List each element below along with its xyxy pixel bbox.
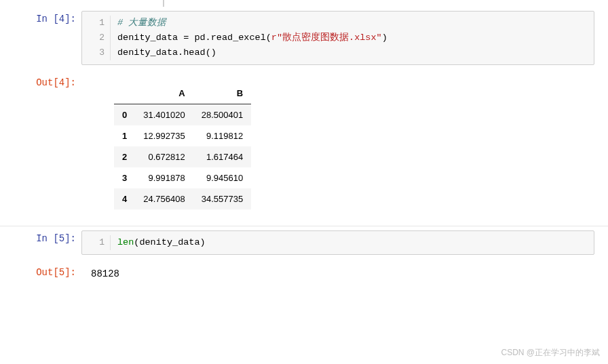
output-value-5: 88128 — [87, 267, 603, 283]
output-prompt-4: Out[4]: — [0, 73, 81, 223]
output-area-4: A B 0 31.401020 28.500401 1 12.992735 9.… — [81, 73, 608, 223]
code-cell-4[interactable]: 1 2 3 # 大量数据 denity_data = pd.read_excel… — [81, 11, 594, 65]
code-body-5: len(denity_data) — [111, 235, 594, 250]
output-prompt-5: Out[5]: — [0, 263, 81, 287]
col-B: B — [193, 83, 251, 104]
code-cell-5[interactable]: 1 len(denity_data) — [81, 230, 594, 255]
dataframe-output: A B 0 31.401020 28.500401 1 12.992735 9.… — [114, 83, 251, 209]
input-prompt-5: In [5]: — [0, 229, 81, 258]
table-row: 0 31.401020 28.500401 — [114, 104, 251, 126]
table-header-row: A B — [114, 83, 251, 104]
watermark: CSDN @正在学习中的李斌 — [501, 347, 600, 359]
input-prompt-4: In [4]: — [0, 9, 81, 68]
gutter-5: 1 — [82, 235, 111, 250]
table-row: 1 12.992735 9.119812 — [114, 125, 251, 146]
table-row: 4 24.756408 34.557735 — [114, 188, 251, 209]
output-area-5: 88128 — [81, 263, 608, 287]
code-body-4: # 大量数据 denity_data = pd.read_excel(r"散点密… — [111, 16, 594, 60]
table-row: 2 0.672812 1.617464 — [114, 146, 251, 167]
col-A: A — [135, 83, 193, 104]
table-row: 3 9.991878 9.945610 — [114, 167, 251, 188]
gutter-4: 1 2 3 — [82, 16, 111, 60]
col-index — [114, 83, 135, 104]
